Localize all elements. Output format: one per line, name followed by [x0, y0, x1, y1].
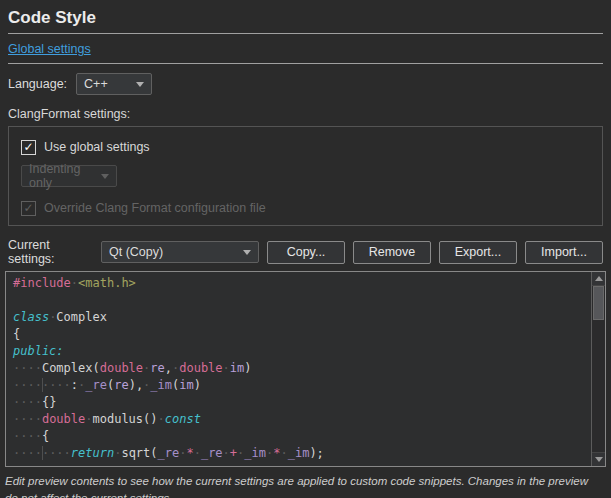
- clangformat-mode-select: Indenting only: [21, 165, 117, 187]
- check-icon: ✓: [23, 141, 33, 153]
- code-line: ········:·_re(re),·_im(im): [13, 377, 591, 394]
- checkbox-box[interactable]: ✓: [21, 140, 36, 155]
- clangformat-groupbox: ✓ Use global settings Indenting only ✓ O…: [8, 126, 603, 226]
- remove-button[interactable]: Remove: [353, 241, 431, 264]
- code-line: ····{: [13, 428, 591, 445]
- scroll-down-button[interactable]: [592, 452, 605, 466]
- language-row: Language: C++: [8, 73, 603, 95]
- page-title: Code Style: [8, 6, 603, 34]
- code-line: {: [13, 326, 591, 343]
- global-settings-link[interactable]: Global settings: [8, 42, 91, 56]
- scroll-up-icon: [595, 276, 603, 281]
- use-global-settings-label: Use global settings: [44, 140, 150, 154]
- export-button[interactable]: Export...: [439, 241, 517, 264]
- copy-button[interactable]: Copy...: [267, 241, 345, 264]
- current-settings-select[interactable]: Qt (Copy): [101, 241, 259, 263]
- scrollbar-thumb[interactable]: [593, 286, 604, 320]
- scroll-up-button[interactable]: [592, 272, 605, 286]
- vertical-scrollbar[interactable]: [591, 272, 605, 466]
- current-settings-label: Current settings:: [8, 238, 93, 266]
- current-settings-value: Qt (Copy): [109, 245, 163, 259]
- code-preview-editor[interactable]: #include·<math.h> class·Complex{public:·…: [5, 271, 606, 467]
- override-clangformat-label: Override Clang Format configuration file: [44, 201, 266, 215]
- clangformat-section-label: ClangFormat settings:: [8, 107, 603, 121]
- import-button[interactable]: Import...: [525, 241, 603, 264]
- checkbox-box: ✓: [21, 201, 36, 216]
- chevron-down-icon: [243, 250, 251, 255]
- code-line: #include·<math.h>: [13, 275, 591, 292]
- override-clangformat-checkbox: ✓ Override Clang Format configuration fi…: [21, 200, 590, 216]
- code-line: ····Complex(double·re,·double·im): [13, 360, 591, 377]
- code-line: public:: [13, 343, 591, 360]
- chevron-down-icon: [136, 82, 144, 87]
- chevron-down-icon: [101, 174, 109, 179]
- current-settings-row: Current settings: Qt (Copy) Copy... Remo…: [8, 238, 603, 266]
- language-select[interactable]: C++: [76, 73, 152, 95]
- code-line: ····double·modulus()·const: [13, 411, 591, 428]
- language-label: Language:: [8, 77, 67, 91]
- clangformat-mode-value: Indenting only: [29, 162, 93, 190]
- code-line: ····{}: [13, 394, 591, 411]
- code-style-settings-page: Code Style Global settings Language: C++…: [0, 0, 611, 498]
- scroll-down-icon: [595, 457, 603, 462]
- code-area[interactable]: #include·<math.h> class·Complex{public:·…: [6, 272, 591, 466]
- code-line: class·Complex: [13, 309, 591, 326]
- code-line: [13, 292, 591, 309]
- preview-hint-text: Edit preview contents to see how the cur…: [5, 473, 603, 498]
- global-settings-row: Global settings: [8, 34, 603, 64]
- use-global-settings-checkbox[interactable]: ✓ Use global settings: [21, 139, 590, 155]
- code-line: ········return·sqrt(_re·*·_re·+·_im·*·_i…: [13, 445, 591, 462]
- check-icon: ✓: [23, 202, 33, 214]
- language-select-value: C++: [84, 77, 108, 91]
